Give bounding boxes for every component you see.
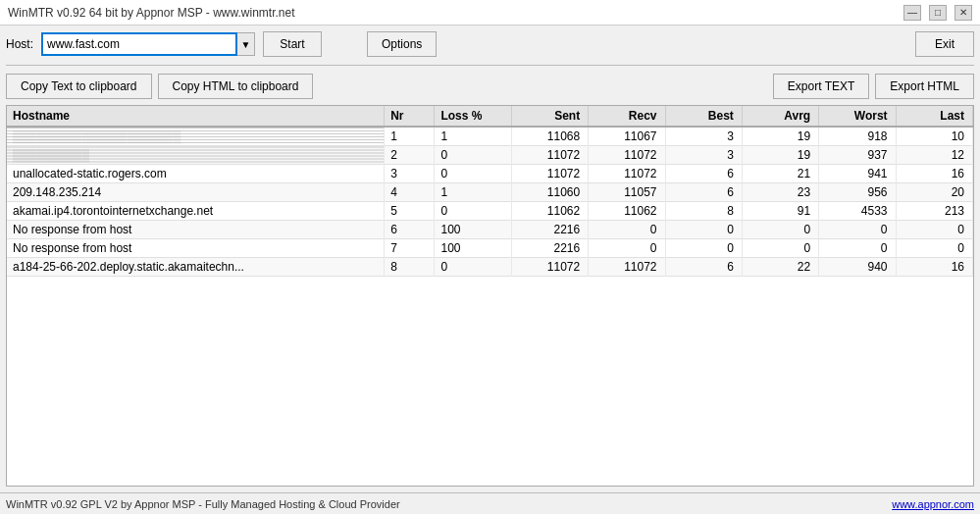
host-input[interactable] — [41, 32, 237, 56]
table-row: No response from host6100221600000 — [7, 221, 973, 239]
cell-avrg: 0 — [742, 221, 818, 239]
cell-nr: 1 — [385, 127, 435, 146]
cell-recv: 0 — [589, 221, 665, 239]
cell-sent: 11072 — [511, 258, 588, 277]
start-button[interactable]: Start — [263, 31, 322, 57]
toolbar-divider — [6, 65, 974, 66]
cell-avrg: 19 — [742, 146, 818, 165]
minimize-button[interactable]: — — [903, 5, 921, 21]
cell-sent: 11068 — [511, 127, 588, 146]
status-bar: WinMTR v0.92 GPL V2 by Appnor MSP - Full… — [0, 492, 980, 514]
copy-html-button[interactable]: Copy HTML to clipboard — [158, 74, 314, 99]
clipboard-buttons: Copy Text to clipboard Copy HTML to clip… — [6, 74, 313, 99]
cell-last: 10 — [896, 127, 972, 146]
cell-hostname: unallocated-static.rogers.com — [7, 165, 385, 183]
results-table: Hostname Nr Loss % Sent Recv Best Avrg W… — [7, 106, 973, 277]
cell-last: 20 — [896, 183, 972, 202]
options-button[interactable]: Options — [367, 31, 437, 57]
cell-recv: 11072 — [589, 165, 665, 183]
col-last: Last — [896, 106, 972, 127]
cell-nr: 6 — [385, 221, 435, 239]
cell-loss: 100 — [435, 239, 511, 258]
col-loss: Loss % — [435, 106, 511, 127]
copy-text-button[interactable]: Copy Text to clipboard — [6, 74, 152, 99]
cell-nr: 7 — [385, 239, 435, 258]
cell-worst: 937 — [819, 146, 896, 165]
cell-avrg: 0 — [742, 239, 818, 258]
cell-best: 3 — [665, 146, 742, 165]
cell-sent: 11062 — [511, 202, 588, 221]
cell-hostname: ██████████ — [7, 146, 385, 165]
app-title: WinMTR v0.92 64 bit by Appnor MSP - www.… — [8, 6, 295, 20]
cell-recv: 11057 — [589, 183, 665, 202]
cell-hostname: akamai.ip4.torontointernetxchange.net — [7, 202, 385, 221]
table-row: ██████████████████████111106811067319918… — [7, 127, 973, 146]
cell-loss: 1 — [435, 183, 511, 202]
close-button[interactable]: ✕ — [954, 5, 972, 21]
cell-loss: 0 — [435, 202, 511, 221]
cell-loss: 100 — [435, 221, 511, 239]
cell-nr: 2 — [385, 146, 435, 165]
title-bar: WinMTR v0.92 64 bit by Appnor MSP - www.… — [0, 0, 980, 26]
cell-nr: 4 — [385, 183, 435, 202]
cell-worst: 0 — [819, 221, 896, 239]
table-row: unallocated-static.rogers.com30110721107… — [7, 165, 973, 183]
col-hostname: Hostname — [7, 106, 385, 127]
cell-hostname: No response from host — [7, 221, 385, 239]
col-nr: Nr — [385, 106, 435, 127]
cell-worst: 956 — [819, 183, 896, 202]
cell-recv: 11067 — [589, 127, 665, 146]
cell-best: 6 — [665, 183, 742, 202]
cell-loss: 0 — [435, 258, 511, 277]
cell-worst: 940 — [819, 258, 896, 277]
status-link[interactable]: www.appnor.com — [892, 498, 974, 510]
table-row: akamai.ip4.torontointernetxchange.net501… — [7, 202, 973, 221]
col-worst: Worst — [819, 106, 896, 127]
cell-worst: 0 — [819, 239, 896, 258]
col-recv: Recv — [589, 106, 665, 127]
table-row: No response from host7100221600000 — [7, 239, 973, 258]
exit-button[interactable]: Exit — [915, 31, 974, 57]
restore-button[interactable]: □ — [929, 5, 947, 21]
export-text-button[interactable]: Export TEXT — [773, 74, 869, 99]
status-text: WinMTR v0.92 GPL V2 by Appnor MSP - Full… — [6, 498, 400, 510]
cell-loss: 1 — [435, 127, 511, 146]
col-best: Best — [665, 106, 742, 127]
cell-avrg: 22 — [742, 258, 818, 277]
cell-last: 12 — [896, 146, 972, 165]
cell-best: 8 — [665, 202, 742, 221]
cell-recv: 0 — [589, 239, 665, 258]
cell-worst: 4533 — [819, 202, 896, 221]
cell-avrg: 21 — [742, 165, 818, 183]
cell-nr: 8 — [385, 258, 435, 277]
cell-hostname: 209.148.235.214 — [7, 183, 385, 202]
cell-recv: 11072 — [589, 258, 665, 277]
cell-avrg: 91 — [742, 202, 818, 221]
table-body: ██████████████████████111106811067319918… — [7, 127, 973, 277]
cell-hostname: a184-25-66-202.deploy.static.akamaitechn… — [7, 258, 385, 277]
cell-last: 16 — [896, 258, 972, 277]
window-controls: — □ ✕ — [903, 5, 972, 21]
host-dropdown-arrow[interactable]: ▼ — [237, 32, 255, 56]
col-avrg: Avrg — [742, 106, 818, 127]
table-header-row: Hostname Nr Loss % Sent Recv Best Avrg W… — [7, 106, 973, 127]
cell-recv: 11062 — [589, 202, 665, 221]
cell-worst: 941 — [819, 165, 896, 183]
export-html-button[interactable]: Export HTML — [875, 74, 974, 99]
cell-recv: 11072 — [589, 146, 665, 165]
col-sent: Sent — [511, 106, 588, 127]
cell-sent: 11072 — [511, 146, 588, 165]
cell-last: 16 — [896, 165, 972, 183]
cell-last: 0 — [896, 239, 972, 258]
cell-sent: 11060 — [511, 183, 588, 202]
cell-best: 6 — [665, 258, 742, 277]
toolbar-row: Host: ▼ Start Options Exit — [6, 31, 974, 57]
host-input-wrapper: ▼ — [41, 32, 255, 56]
cell-best: 0 — [665, 239, 742, 258]
cell-loss: 0 — [435, 165, 511, 183]
data-table-wrapper: Hostname Nr Loss % Sent Recv Best Avrg W… — [6, 105, 974, 487]
cell-hostname: No response from host — [7, 239, 385, 258]
cell-worst: 918 — [819, 127, 896, 146]
cell-avrg: 19 — [742, 127, 818, 146]
table-row: ██████████20110721107231993712 — [7, 146, 973, 165]
